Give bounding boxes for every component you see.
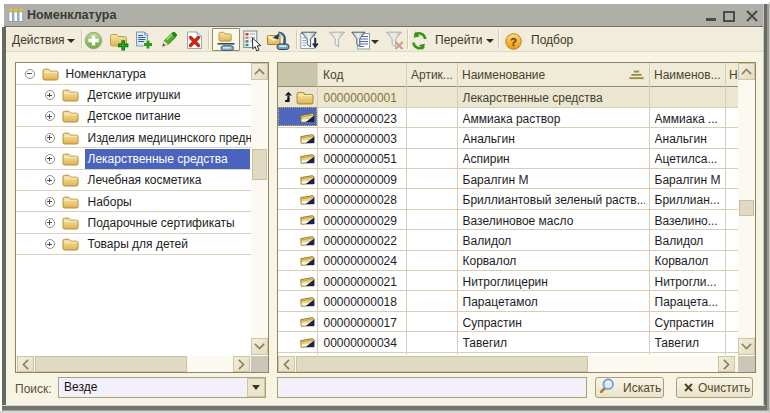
- svg-text:?: ?: [510, 36, 517, 48]
